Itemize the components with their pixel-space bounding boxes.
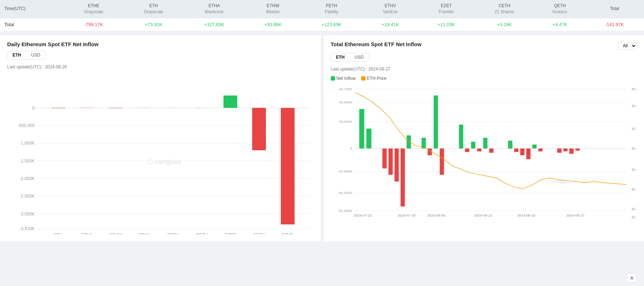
bar-total-21 bbox=[526, 148, 530, 159]
svg-text:2024-08-20: 2024-08-20 bbox=[517, 213, 535, 217]
svg-text:$2.800K: $2.800K bbox=[631, 168, 637, 171]
col-time: Time(UTC) bbox=[0, 0, 64, 18]
bar-total-22 bbox=[532, 144, 536, 148]
svg-text:2024-08-06: 2024-08-06 bbox=[427, 213, 445, 217]
cell-ethv-total: +19.41K bbox=[362, 18, 418, 31]
svg-text:20.000K: 20.000K bbox=[339, 120, 352, 123]
legend-net-inflow-label: Net Inflow bbox=[337, 76, 356, 81]
svg-text:44.750K: 44.750K bbox=[339, 87, 352, 91]
col-etha: ETHA Blackrock bbox=[183, 0, 245, 18]
svg-text:$3.510K: $3.510K bbox=[631, 87, 637, 91]
total-toggle-group: ETH USD bbox=[331, 53, 369, 62]
daily-toggle-usd[interactable]: USD bbox=[26, 51, 45, 59]
bar-total-11 bbox=[440, 148, 444, 175]
bar-total-12 bbox=[459, 125, 463, 149]
bar-total-27 bbox=[575, 148, 579, 150]
col-ceth: CETH 21 Shares bbox=[474, 0, 535, 18]
col-eth: ETH Grayscale bbox=[124, 0, 183, 18]
col-ezet: EZET Franklin bbox=[418, 0, 474, 18]
total-toggle-usd[interactable]: USD bbox=[350, 53, 369, 61]
cell-ethw-total: +93.86K bbox=[245, 18, 301, 31]
cell-qeth-total: +4.47K bbox=[535, 18, 585, 31]
cell-etha-total: +327.65K bbox=[183, 18, 245, 31]
daily-chart-title: Daily Ethereum Spot ETF Net Inflow bbox=[7, 41, 314, 47]
bar-total-8 bbox=[421, 138, 426, 149]
bar-total-2 bbox=[366, 129, 371, 149]
main-container: Time(UTC) ETHE Grayscale ETH Grayscale E… bbox=[0, 0, 644, 286]
bar-total-20 bbox=[520, 148, 524, 155]
svg-text:$2.600K: $2.600K bbox=[631, 187, 637, 191]
svg-text:-56.390K: -56.390K bbox=[338, 208, 352, 212]
col-qeth: QETH Invesco bbox=[535, 0, 585, 18]
col-ethv: ETHV VanEck bbox=[362, 0, 418, 18]
bar-total-1 bbox=[359, 109, 364, 148]
svg-text:$2.31: $2.31 bbox=[631, 215, 637, 219]
svg-text:2024-08-27: 2024-08-27 bbox=[566, 213, 585, 217]
col-feth: FETH Fidelity bbox=[301, 0, 363, 18]
daily-chart-area: 0-500.000-1.000K-1.500K-2.000K-2.500K-3.… bbox=[7, 74, 314, 236]
charts-row: Daily Ethereum Spot ETF Net Inflow ETH U… bbox=[0, 35, 644, 241]
svg-text:-40.000K: -40.000K bbox=[338, 191, 352, 195]
svg-text:2024-07-30: 2024-07-30 bbox=[397, 213, 416, 217]
bar-total-14 bbox=[471, 142, 475, 149]
total-chart-title: Total Ethereum Spot ETF Net Inflow bbox=[331, 41, 422, 47]
legend-net-inflow-dot bbox=[331, 76, 335, 81]
bar-total-10 bbox=[434, 95, 438, 148]
svg-text:$3.400K: $3.400K bbox=[631, 103, 637, 107]
etf-table: Time(UTC) ETHE Grayscale ETH Grayscale E… bbox=[0, 0, 644, 31]
cell-ezet-total: +11.03K bbox=[418, 18, 474, 31]
bar-total-15 bbox=[477, 148, 481, 151]
cell-time: Total bbox=[0, 18, 64, 31]
total-chart-area: 44.750K 40.000K 20.000K 0 -20.000K -40.0… bbox=[331, 84, 637, 220]
daily-toggle-eth[interactable]: ETH bbox=[8, 51, 26, 59]
bar-total-3 bbox=[382, 148, 387, 168]
daily-last-update: Last update(UTC) : 2024-08-26 bbox=[7, 64, 314, 69]
bar-total-26 bbox=[569, 148, 573, 154]
bar-total-6 bbox=[400, 148, 405, 206]
scroll-up-button[interactable]: ∧ bbox=[627, 273, 637, 282]
bar-total-4 bbox=[388, 148, 392, 175]
cell-eth-total: +73.91K bbox=[124, 18, 183, 31]
col-ethw: ETHW Bitwise bbox=[245, 0, 301, 18]
svg-text:-20.000K: -20.000K bbox=[338, 169, 352, 173]
daily-toggle-group: ETH USD bbox=[7, 51, 46, 59]
legend-net-inflow: Net Inflow bbox=[331, 76, 356, 81]
legend-eth-price: ETH Price bbox=[361, 76, 387, 81]
legend-eth-price-dot bbox=[361, 76, 366, 81]
daily-bar-overlay bbox=[7, 74, 314, 236]
etf-table-section: Time(UTC) ETHE Grayscale ETH Grayscale E… bbox=[0, 0, 644, 31]
svg-text:2024-08-13: 2024-08-13 bbox=[474, 213, 492, 217]
col-total: Total bbox=[585, 0, 644, 18]
cell-total-total: -141.97K bbox=[585, 18, 644, 31]
cell-ceth-total: +3.19K bbox=[474, 18, 535, 31]
svg-text:$3.200K: $3.200K bbox=[631, 127, 637, 131]
svg-text:0: 0 bbox=[350, 146, 352, 150]
svg-text:$2.400K: $2.400K bbox=[631, 207, 637, 210]
bar-total-7 bbox=[406, 135, 411, 149]
total-last-update: Last update(UTC) : 2024-08-27 bbox=[331, 67, 637, 72]
col-ethe: ETHE Grayscale bbox=[64, 0, 124, 18]
total-watermark: ⬡ coinglass bbox=[545, 179, 572, 184]
svg-text:$3.000K: $3.000K bbox=[631, 146, 637, 150]
bar-total-5 bbox=[394, 148, 399, 181]
cell-ethe-total: -799.17K bbox=[64, 18, 124, 31]
bar-total-16 bbox=[483, 138, 487, 149]
all-select[interactable]: All bbox=[618, 42, 637, 50]
daily-chart-panel: Daily Ethereum Spot ETF Net Inflow ETH U… bbox=[0, 35, 321, 241]
bar-total-13 bbox=[465, 148, 469, 152]
table-row-total: Total -799.17K +73.91K +327.65K +93.86K … bbox=[0, 18, 644, 31]
bar-total-23 bbox=[538, 148, 543, 151]
total-chart-svg: 44.750K 40.000K 20.000K 0 -20.000K -40.0… bbox=[331, 84, 637, 219]
total-toggle-eth[interactable]: ETH bbox=[331, 53, 350, 61]
svg-text:40.000K: 40.000K bbox=[339, 100, 352, 104]
total-chart-legend: Net Inflow ETH Price bbox=[331, 76, 637, 81]
bar-total-24 bbox=[557, 148, 561, 152]
bar-total-19 bbox=[514, 148, 518, 152]
total-chart-panel: Total Ethereum Spot ETF Net Inflow All E… bbox=[324, 35, 644, 241]
legend-eth-price-label: ETH Price bbox=[367, 76, 387, 81]
cell-feth-total: +123.69K bbox=[301, 18, 363, 31]
total-chart-header: Total Ethereum Spot ETF Net Inflow All bbox=[331, 41, 637, 51]
bar-total-17 bbox=[489, 148, 493, 152]
bar-total-25 bbox=[563, 148, 567, 151]
bar-total-18 bbox=[508, 141, 512, 149]
